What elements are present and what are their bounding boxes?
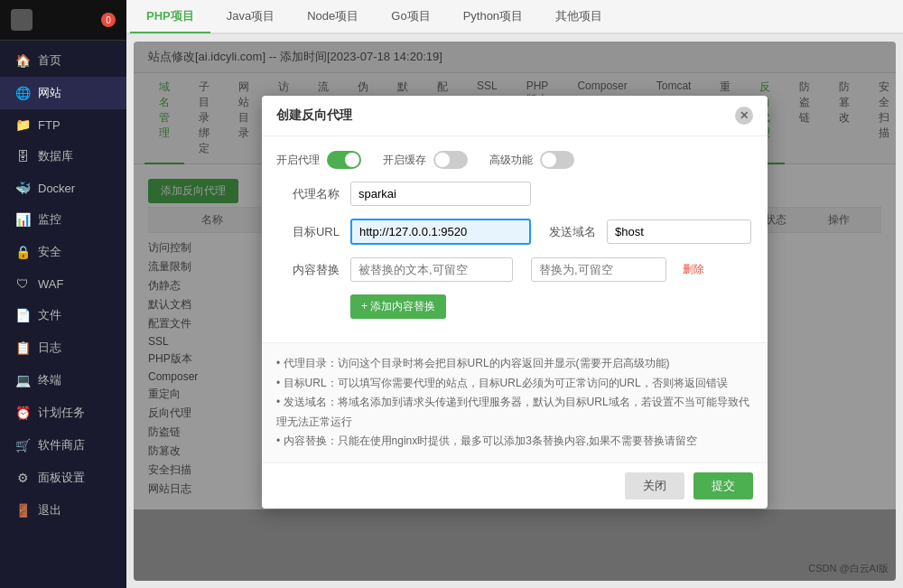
logs-icon: 📋 — [14, 341, 31, 355]
proxy-toggle-label: 开启代理 — [276, 153, 320, 168]
sidebar-item-terminal-label: 终端 — [38, 372, 61, 388]
cache-toggle-item: 开启缓存 — [383, 151, 468, 169]
sidebar-nav: 🏠 首页 🌐 网站 📁 FTP 🗄 数据库 🐳 Docker 📊 监控 🔒 安全 — [0, 41, 126, 588]
panel-icon: ⚙ — [14, 471, 31, 485]
send-domain-input[interactable] — [607, 219, 751, 244]
proxy-toggle[interactable] — [327, 151, 361, 169]
logout-icon: 🚪 — [14, 503, 31, 518]
delete-replace-button[interactable]: 删除 — [683, 262, 704, 277]
note-4: 内容替换：只能在使用nginx时提供，最多可以添加3条替换内容,如果不需要替换请… — [276, 432, 753, 452]
sidebar-item-store[interactable]: 🛒 软件商店 — [0, 429, 126, 462]
sidebar-item-website[interactable]: 🌐 网站 — [0, 77, 126, 109]
sidebar-item-logs[interactable]: 📋 日志 — [0, 331, 126, 364]
sidebar-logo — [11, 9, 33, 31]
toggle-knob-cache — [435, 153, 450, 167]
sidebar-item-cron[interactable]: ⏰ 计划任务 — [0, 397, 126, 429]
top-tabs: PHP项目 Java项目 Node项目 Go项目 Python项目 其他项目 — [126, 0, 903, 34]
cancel-button[interactable]: 关闭 — [625, 472, 684, 499]
tab-python[interactable]: Python项目 — [447, 1, 539, 33]
create-proxy-body: 开启代理 开启缓存 — [262, 136, 768, 342]
tab-java[interactable]: Java项目 — [210, 1, 291, 33]
sidebar-item-panel[interactable]: ⚙ 面板设置 — [0, 462, 126, 494]
advanced-toggle-item: 高级功能 — [489, 151, 574, 169]
sidebar-item-home[interactable]: 🏠 首页 — [0, 44, 126, 77]
sidebar-item-terminal[interactable]: 💻 终端 — [0, 364, 126, 397]
website-icon: 🌐 — [14, 86, 31, 100]
sidebar-item-waf-label: WAF — [38, 277, 63, 291]
add-replace-button[interactable]: + 添加内容替换 — [350, 294, 446, 319]
sidebar-item-ftp-label: FTP — [38, 118, 61, 132]
create-proxy-modal: 创建反向代理 ✕ 开启代理 — [262, 96, 768, 509]
sidebar-item-database[interactable]: 🗄 数据库 — [0, 140, 126, 173]
monitor-icon: 📊 — [14, 212, 31, 227]
advanced-toggle-label: 高级功能 — [489, 153, 533, 168]
terminal-icon: 💻 — [14, 373, 31, 387]
note-2: 目标URL：可以填写你需要代理的站点，目标URL必须为可正常访问的URL，否则将… — [276, 374, 753, 394]
target-url-label: 目标URL — [276, 224, 340, 240]
replace-row: 内容替换 删除 — [276, 257, 753, 282]
cache-toggle-label: 开启缓存 — [383, 153, 426, 168]
replace-to-input[interactable] — [531, 257, 666, 282]
sidebar-item-files-label: 文件 — [38, 307, 61, 323]
sidebar-item-store-label: 软件商店 — [38, 437, 85, 453]
add-replace-row: + 添加内容替换 — [276, 294, 753, 319]
sidebar: 0 🏠 首页 🌐 网站 📁 FTP 🗄 数据库 🐳 Docker 📊 监控 🔒 — [0, 0, 126, 588]
toggle-knob-advanced — [542, 153, 556, 167]
send-domain-label: 发送域名 — [542, 224, 596, 240]
sidebar-item-website-label: 网站 — [38, 85, 61, 101]
sidebar-item-monitor[interactable]: 📊 监控 — [0, 203, 126, 236]
proxy-name-input[interactable] — [350, 182, 531, 206]
cache-toggle[interactable] — [433, 151, 468, 169]
url-row: 目标URL 发送域名 — [276, 219, 753, 245]
target-url-input[interactable] — [350, 219, 531, 245]
waf-icon: 🛡 — [14, 276, 31, 291]
sidebar-item-logout[interactable]: 🚪 退出 — [0, 494, 126, 527]
tab-php[interactable]: PHP项目 — [130, 1, 210, 33]
proxy-name-row: 代理名称 — [276, 182, 753, 206]
create-proxy-header: 创建反向代理 ✕ — [262, 96, 768, 136]
sidebar-item-cron-label: 计划任务 — [38, 405, 85, 421]
cron-icon: ⏰ — [14, 406, 31, 420]
submit-button[interactable]: 提交 — [694, 472, 753, 499]
proxy-toggle-item: 开启代理 — [276, 151, 361, 169]
sidebar-item-panel-label: 面板设置 — [38, 470, 85, 486]
note-1: 代理目录：访问这个目录时将会把目标URL的内容返回并显示(需要开启高级功能) — [276, 354, 753, 374]
store-icon: 🛒 — [14, 438, 31, 453]
tab-node[interactable]: Node项目 — [291, 1, 375, 33]
replace-from-input[interactable] — [350, 257, 513, 282]
tab-other[interactable]: 其他项目 — [539, 1, 619, 33]
database-icon: 🗄 — [14, 149, 31, 163]
sidebar-item-security[interactable]: 🔒 安全 — [0, 236, 126, 268]
create-proxy-title: 创建反向代理 — [276, 107, 352, 124]
notes-section: 代理目录：访问这个目录时将会把目标URL的内容返回并显示(需要开启高级功能) 目… — [262, 342, 768, 462]
content-replace-label: 内容替换 — [276, 262, 340, 278]
files-icon: 📄 — [14, 308, 31, 322]
home-icon: 🏠 — [14, 53, 31, 68]
sidebar-item-ftp[interactable]: 📁 FTP — [0, 109, 126, 140]
sidebar-item-docker[interactable]: 🐳 Docker — [0, 173, 126, 203]
advanced-toggle[interactable] — [540, 151, 574, 169]
modal-footer: 关闭 提交 — [262, 462, 768, 509]
sidebar-item-waf[interactable]: 🛡 WAF — [0, 268, 126, 299]
sidebar-header: 0 — [0, 0, 126, 41]
tab-go[interactable]: Go项目 — [375, 1, 446, 33]
toggle-group: 开启代理 开启缓存 — [276, 151, 753, 169]
toggle-row: 开启代理 开启缓存 — [276, 151, 753, 169]
sidebar-item-database-label: 数据库 — [38, 148, 73, 164]
create-proxy-close[interactable]: ✕ — [735, 107, 753, 125]
sidebar-item-home-label: 首页 — [38, 52, 61, 69]
sidebar-item-files[interactable]: 📄 文件 — [0, 299, 126, 331]
content-area: 添加站点 修改默认页 默认站点 PHP版本 网站名 ↑ 状态 ↓ 运行中▶ ai… — [134, 42, 896, 581]
docker-icon: 🐳 — [14, 181, 31, 195]
security-icon: 🔒 — [14, 245, 31, 259]
toggle-knob-proxy — [345, 153, 359, 167]
note-3: 发送域名：将域名添加到请求头传递到代理服务器，默认为目标URL域名，若设置不当可… — [276, 393, 753, 432]
sidebar-item-monitor-label: 监控 — [38, 211, 61, 228]
proxy-name-label: 代理名称 — [276, 186, 340, 202]
sidebar-item-logout-label: 退出 — [38, 502, 61, 518]
sidebar-item-docker-label: Docker — [38, 182, 75, 195]
sidebar-item-logs-label: 日志 — [38, 340, 61, 356]
notification-badge: 0 — [101, 13, 116, 27]
ftp-icon: 📁 — [14, 117, 31, 132]
main-area: PHP项目 Java项目 Node项目 Go项目 Python项目 其他项目 添… — [126, 0, 903, 588]
